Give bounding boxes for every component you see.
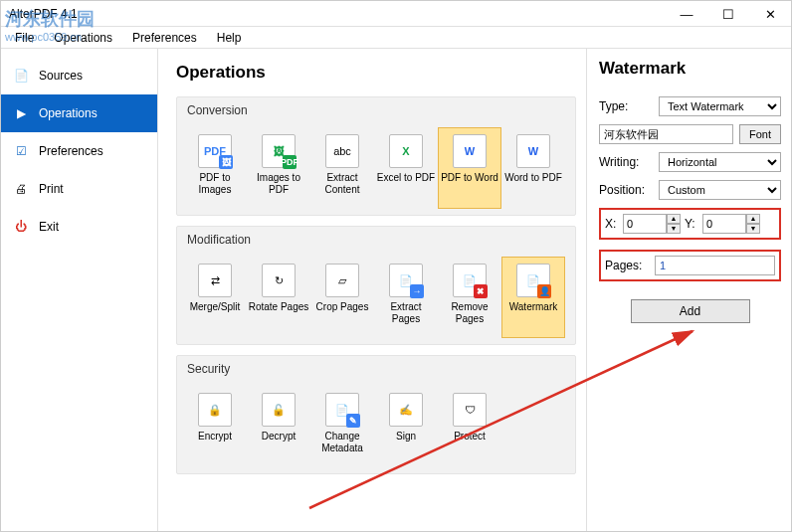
y-down[interactable]: ▼ (746, 224, 760, 234)
menu-bar: File Operations Preferences Help (1, 27, 791, 49)
coordinates-row: X: ▲▼ Y: ▲▼ (599, 208, 781, 240)
tool-pdf-to-word[interactable]: WPDF to Word (438, 127, 501, 209)
tool-sign[interactable]: ✍Sign (374, 386, 438, 467)
sidebar-item-label: Exit (39, 220, 59, 234)
tool-remove-pages[interactable]: 📄✖Remove Pages (438, 257, 501, 338)
printer-icon: 🖨 (13, 181, 29, 197)
minimize-button[interactable]: — (666, 1, 707, 27)
watermark-text-input[interactable] (599, 124, 733, 144)
tool-excel-to-pdf[interactable]: XExcel to PDF (374, 127, 438, 209)
tool-protect[interactable]: 🛡Protect (438, 386, 501, 467)
tool-decrypt[interactable]: 🔓Decrypt (247, 386, 310, 467)
x-input[interactable] (623, 214, 667, 234)
tool-images-to-pdf[interactable]: 🖼PDFImages to PDF (247, 127, 310, 209)
watermark-panel: Watermark Type: Text Watermark Font Writ… (586, 49, 791, 531)
sidebar-item-label: Preferences (39, 144, 103, 158)
tool-icon: ▱ (325, 264, 359, 297)
type-select[interactable]: Text Watermark (659, 96, 781, 116)
sidebar-item-sources[interactable]: 📄 Sources (1, 57, 157, 94)
close-button[interactable]: ✕ (749, 1, 791, 27)
position-label: Position: (599, 183, 653, 197)
tool-label: Extract Pages (375, 301, 437, 324)
play-icon: ▶ (13, 105, 29, 121)
tool-label: Rotate Pages (249, 301, 309, 313)
tool-crop-pages[interactable]: ▱Crop Pages (310, 257, 374, 338)
tool-icon: W (516, 134, 550, 168)
tool-label: PDF to Images (184, 172, 246, 195)
add-button[interactable]: Add (631, 299, 750, 323)
y-input[interactable] (702, 214, 746, 234)
position-select[interactable]: Custom (659, 180, 781, 200)
pages-label: Pages: (605, 259, 649, 272)
tool-rotate-pages[interactable]: ↻Rotate Pages (247, 257, 310, 338)
menu-preferences[interactable]: Preferences (122, 29, 207, 47)
tool-encrypt[interactable]: 🔒Encrypt (183, 386, 247, 467)
group-title: Conversion (177, 97, 575, 123)
tool-label: PDF to Word (441, 172, 498, 184)
menu-file[interactable]: File (5, 29, 44, 47)
sidebar-item-exit[interactable]: ⏻ Exit (1, 208, 157, 246)
tool-word-to-pdf[interactable]: WWord to PDF (501, 127, 565, 209)
tool-label: Crop Pages (316, 301, 369, 313)
tool-label: Extract Content (311, 172, 373, 195)
window-title: AlterPDF 4.1 (5, 7, 78, 21)
tool-extract-pages[interactable]: 📄→Extract Pages (374, 257, 438, 338)
power-icon: ⏻ (13, 219, 29, 235)
writing-select[interactable]: Horizontal (659, 152, 781, 172)
tool-icon: 🔓 (262, 393, 296, 427)
sidebar-item-print[interactable]: 🖨 Print (1, 170, 157, 208)
tool-icon: 🛡 (453, 393, 487, 427)
sidebar-item-operations[interactable]: ▶ Operations (1, 94, 157, 132)
pages-input[interactable] (655, 256, 775, 275)
sidebar-item-label: Print (39, 182, 64, 196)
main-content: Operations ConversionPDF🖼PDF to Images🖼P… (158, 49, 586, 531)
tool-label: Images to PDF (248, 172, 309, 195)
x-down[interactable]: ▼ (667, 224, 681, 234)
tool-icon: X (389, 134, 423, 168)
checkbox-icon: ☑ (13, 143, 29, 159)
tool-icon: W (453, 134, 487, 168)
tool-label: Word to PDF (504, 172, 562, 184)
sidebar-item-label: Sources (39, 69, 83, 83)
group-title: Security (177, 356, 575, 382)
sidebar-item-preferences[interactable]: ☑ Preferences (1, 132, 157, 170)
tool-label: Remove Pages (439, 301, 500, 324)
tool-watermark[interactable]: 📄👤Watermark (501, 257, 565, 338)
tool-pdf-to-images[interactable]: PDF🖼PDF to Images (183, 127, 247, 209)
tool-label: Decrypt (262, 431, 296, 443)
tool-label: Sign (396, 431, 416, 443)
tool-label: Excel to PDF (377, 172, 435, 184)
tool-icon: 📄→ (389, 264, 423, 297)
tool-change-metadata[interactable]: 📄✎Change Metadata (310, 386, 374, 467)
tool-icon: 📄✖ (453, 264, 487, 297)
font-button[interactable]: Font (739, 124, 781, 144)
sidebar: 📄 Sources ▶ Operations ☑ Preferences 🖨 P… (1, 49, 158, 531)
title-bar: AlterPDF 4.1 — ☐ ✕ (1, 1, 791, 27)
x-up[interactable]: ▲ (667, 214, 681, 224)
tool-label: Change Metadata (311, 431, 373, 453)
group-conversion: ConversionPDF🖼PDF to Images🖼PDFImages to… (176, 96, 576, 216)
group-title: Modification (177, 227, 575, 253)
tool-extract-content[interactable]: abcExtract Content (310, 127, 374, 209)
tool-label: Merge/Split (190, 301, 241, 313)
menu-operations[interactable]: Operations (44, 29, 122, 47)
group-modification: Modification⇄Merge/Split↻Rotate Pages▱Cr… (176, 226, 576, 345)
tool-label: Encrypt (198, 431, 232, 443)
menu-help[interactable]: Help (207, 29, 252, 47)
type-label: Type: (599, 99, 653, 113)
tool-icon: 📄✎ (325, 393, 359, 427)
tool-icon: PDF🖼 (198, 134, 232, 168)
tool-icon: abc (325, 134, 359, 168)
sidebar-item-label: Operations (39, 106, 98, 120)
tool-icon: 🔒 (198, 393, 232, 427)
maximize-button[interactable]: ☐ (707, 1, 749, 27)
x-label: X: (605, 217, 619, 231)
panel-title: Watermark (599, 59, 781, 79)
tool-label: Protect (454, 431, 486, 443)
tool-icon: ✍ (389, 393, 423, 427)
y-up[interactable]: ▲ (746, 214, 760, 224)
tool-merge-split[interactable]: ⇄Merge/Split (183, 257, 247, 338)
page-title: Operations (176, 63, 576, 83)
writing-label: Writing: (599, 155, 653, 169)
group-security: Security🔒Encrypt🔓Decrypt📄✎Change Metadat… (176, 355, 576, 474)
